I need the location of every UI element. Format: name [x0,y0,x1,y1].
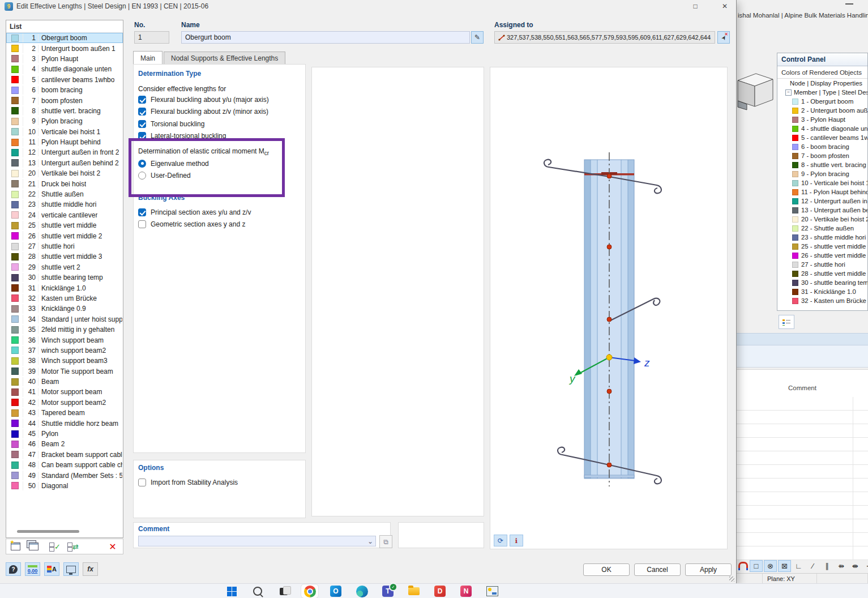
table-grid[interactable] [737,397,868,560]
checkbox[interactable] [138,208,146,216]
list-item[interactable]: 27 shuttle hori [6,241,123,251]
control-panel-color-item[interactable]: 1 - Obergurt boom [777,97,867,106]
list-item[interactable]: 49 Standard (Member Sets : 52,54) [6,470,123,480]
checkbox-row[interactable]: Principal section axes y/u and z/v [138,206,303,219]
name-field[interactable]: Obergurt boom [181,31,470,44]
copy-entry-button[interactable] [27,540,40,553]
list-item[interactable]: 44 Shuttle middle horz beam [6,418,123,428]
taskbar-icon[interactable] [405,584,422,598]
list-item[interactable]: 37 winch support beam2 [6,345,123,356]
checkbox[interactable] [138,220,146,228]
list-item[interactable]: 34 Standard | unter hoist support (Mer [6,314,123,324]
formula-button[interactable]: fx [83,562,98,576]
edit-name-button[interactable]: ✎ [471,31,484,44]
list-item[interactable]: 12 Untergurt außen in front 2 [6,147,123,157]
sync-view-button[interactable]: ⟳ [494,535,507,546]
list-item[interactable]: 45 Pylon [6,429,123,439]
cancel-button[interactable]: Cancel [634,563,681,576]
delete-entry-button[interactable]: ✕ [106,540,119,553]
control-panel-color-item[interactable]: 8 - shuttle vert. bracing [777,160,867,169]
tree-node-display-properties[interactable]: Node | Display Properties [777,79,867,88]
list-item[interactable]: 48 Can beam support cable chain [6,460,123,470]
control-panel-color-item[interactable]: 10 - Verticale bei hoist 1 [777,178,867,187]
taskbar-icon[interactable] [484,584,501,598]
taskbar-icon[interactable] [301,584,318,598]
resize-grip[interactable] [729,576,734,582]
control-panel-color-item[interactable]: 2 - Untergurt boom außen [777,106,867,115]
invert-selection-button[interactable]: ⇄ [66,540,80,553]
select-all-button[interactable]: ✓ [48,540,62,553]
legend-button[interactable] [779,315,794,329]
list-item[interactable]: 28 shuttle vert middle 3 [6,251,123,262]
control-panel-color-item[interactable]: 9 - Pylon bracing [777,169,867,178]
taskbar-icon[interactable]: N [457,584,474,598]
list-item[interactable]: 42 Motor support beam2 [6,398,123,408]
control-panel-color-item[interactable]: 3 - Pylon Haupt [777,115,867,124]
control-panel-color-item[interactable]: 31 - Knicklänge 1.0 [777,287,867,296]
list-item[interactable]: 25 shuttle vert middle [6,220,123,230]
assigned-to-field[interactable]: 327,537,538,550,551,563,565,577,579,593,… [494,31,715,44]
graphic-settings-button[interactable] [63,562,79,576]
snap-button[interactable]: ⇸ [863,560,868,572]
taskbar-icon[interactable] [353,584,370,598]
view-info-button[interactable]: ℹ [510,535,523,546]
control-panel-subtitle[interactable]: Colors of Rendered Objects [777,66,867,79]
control-panel-color-item[interactable]: 28 - shuttle vert middle 3 [777,269,867,278]
checkbox-row[interactable]: Flexural buckling about z/v (minor axis) [138,106,303,118]
control-panel-color-item[interactable]: 4 - shuttle diagonale unten [777,124,867,133]
checkbox-row[interactable]: Torsional buckling [138,118,303,130]
control-panel-color-item[interactable]: 20 - Vertikale bei hoist 2 [777,215,867,224]
list-item[interactable]: 23 shuttle middle hori [6,199,123,210]
taskbar-icon[interactable] [249,584,266,598]
snap-button[interactable]: □ [750,560,763,572]
list-item[interactable]: 29 shuttle vert 2 [6,262,123,272]
list-item[interactable]: 22 Shuttle außen [6,189,123,199]
list-item[interactable]: 7 boom pfosten [6,95,123,105]
radio-row[interactable]: Eigenvalue method [138,157,303,170]
tab-nodal-supports[interactable]: Nodal Supports & Effective Lengths [164,52,285,65]
control-panel-color-item[interactable]: 13 - Untergurt außen behi [777,206,867,215]
list-item[interactable]: 1 Obergurt boom [6,33,123,43]
list-item[interactable]: 2 Untergurt boom außen 1 [6,43,123,53]
radio-button[interactable] [138,172,146,180]
list-item[interactable]: 35 2feld mittig in y gehalten [6,324,123,335]
list-item[interactable]: 43 Tapered beam [6,408,123,418]
list-item[interactable]: 36 Winch support beam [6,335,123,345]
list-item[interactable]: 47 Bracket beam support cable chain [6,450,123,460]
list-item[interactable]: 4 shuttle diagonale unten [6,64,123,74]
list-item[interactable]: 26 shuttle vert middle 2 [6,230,123,241]
member-3d-viewport[interactable]: y z ⟳ ℹ [490,67,728,549]
list-item[interactable]: 32 Kasten um Brücke [6,293,123,304]
list-item[interactable]: 38 Winch support beam3 [6,356,123,366]
taskbar-icon[interactable] [275,584,292,598]
radio-row[interactable]: User-Defined [138,170,303,182]
new-entry-button[interactable] [8,540,22,553]
list-item[interactable]: 13 Untergurt außen behind 2 [6,158,123,168]
list-item[interactable]: 50 Diagonal [6,481,123,491]
snap-button[interactable]: ∕ [806,560,819,572]
snap-button[interactable]: ⊠ [778,560,791,572]
control-panel-color-item[interactable]: 23 - shuttle middle hori [777,233,867,242]
list-item[interactable]: 8 shuttle vert. bracing [6,106,123,116]
tree-node-member-type[interactable]: − Member | Type | Steel Design M [777,88,867,97]
list-item[interactable]: 3 Pylon Haupt [6,54,123,64]
list-item[interactable]: 24 verticale cantilever [6,210,123,220]
control-panel-color-item[interactable]: 12 - Untergurt außen in fro [777,197,867,206]
checkbox-row[interactable]: Import from Stability Analysis [138,476,303,489]
snap-button[interactable]: ⊗ [764,560,777,572]
comment-combobox[interactable]: ⌄ [138,536,376,546]
control-panel-color-item[interactable]: 27 - shuttle hori [777,260,867,269]
list-item[interactable]: 41 Motor support beam [6,387,123,397]
list-item[interactable]: 40 Beam [6,377,123,387]
close-button[interactable]: ✕ [713,0,736,12]
control-panel-color-item[interactable]: 25 - shuttle vert middle [777,242,867,251]
checkbox[interactable] [138,108,146,116]
copy-comment-button[interactable]: ⧉ [379,535,392,548]
control-panel-color-item[interactable]: 26 - shuttle vert middle 2 [777,251,867,260]
control-panel-color-item[interactable]: 30 - shuttle bearing temp [777,278,867,287]
apply-button[interactable]: Apply [685,563,732,576]
list-item[interactable]: 30 shuttle bearing temp [6,272,123,283]
list-item[interactable]: 46 Beam 2 [6,439,123,449]
list-item[interactable]: 9 Pylon bracing [6,116,123,126]
list-item[interactable]: 21 Druck bei hoist [6,178,123,189]
